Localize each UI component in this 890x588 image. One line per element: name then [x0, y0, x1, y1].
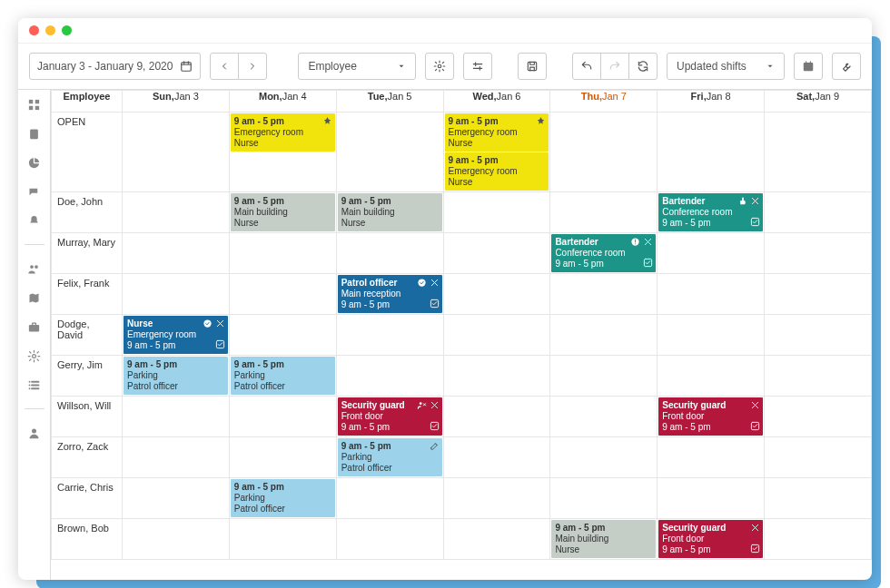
day-cell[interactable]: Security guardFront door9 am - 5 pm	[658, 397, 765, 437]
shift-card[interactable]: Patrol officerMain reception9 am - 5 pm	[338, 275, 442, 313]
day-cell[interactable]	[123, 519, 230, 560]
day-cell[interactable]	[123, 397, 230, 437]
day-cell[interactable]	[765, 113, 872, 192]
day-cell[interactable]: BartenderConference room9 am - 5 pm	[658, 192, 765, 233]
day-cell[interactable]: BartenderConference room9 am - 5 pm	[550, 233, 658, 274]
day-cell[interactable]	[123, 192, 230, 233]
day-cell[interactable]	[765, 478, 872, 519]
date-range-picker[interactable]: January 3 - January 9, 2020	[29, 53, 201, 80]
window-close-button[interactable]	[29, 25, 39, 35]
day-cell[interactable]	[443, 519, 550, 560]
window-minimize-button[interactable]	[45, 25, 55, 35]
day-cell[interactable]	[336, 113, 443, 192]
sidebar-item-settings[interactable]	[27, 348, 42, 363]
day-cell[interactable]: 9 am - 5 pmParkingPatrol officer	[229, 478, 336, 519]
day-cell[interactable]	[765, 274, 872, 315]
day-cell[interactable]	[229, 519, 336, 560]
shift-card[interactable]: Security guardFront door9 am - 5 pm	[338, 397, 442, 436]
day-cell[interactable]: Patrol officerMain reception9 am - 5 pm	[336, 274, 443, 315]
day-cell[interactable]	[765, 315, 872, 356]
day-cell[interactable]	[229, 437, 336, 478]
day-cell[interactable]: 9 am - 5 pmMain buildingNurse	[550, 519, 658, 560]
shift-card[interactable]: 9 am - 5 pmParkingPatrol officer	[231, 357, 335, 395]
day-cell[interactable]	[336, 315, 443, 356]
shift-card[interactable]: 9 am - 5 pmMain buildingNurse	[338, 193, 442, 231]
undo-button[interactable]	[572, 53, 601, 80]
day-cell[interactable]	[229, 233, 336, 274]
day-cell[interactable]	[658, 233, 765, 274]
day-cell[interactable]	[765, 192, 872, 233]
window-maximize-button[interactable]	[62, 25, 72, 35]
sidebar-item-reports[interactable]	[27, 155, 42, 170]
shift-card[interactable]: 9 am - 5 pmParkingPatrol officer	[231, 479, 335, 517]
day-cell[interactable]	[550, 192, 658, 233]
shift-card[interactable]: 9 am - 5 pmEmergency roomNurse	[445, 152, 549, 191]
day-cell[interactable]	[658, 113, 765, 192]
day-cell[interactable]	[123, 233, 230, 274]
day-cell[interactable]: 9 am - 5 pmParkingPatrol officer	[336, 437, 443, 478]
shift-card[interactable]: BartenderConference room9 am - 5 pm	[658, 193, 763, 231]
day-cell[interactable]: 9 am - 5 pmEmergency roomNurse	[229, 113, 336, 192]
day-cell[interactable]: Security guardFront door9 am - 5 pm	[336, 397, 443, 437]
shift-card[interactable]: 9 am - 5 pmEmergency roomNurse	[445, 113, 549, 152]
shift-card[interactable]: 9 am - 5 pmParkingPatrol officer	[338, 438, 442, 476]
day-cell[interactable]	[550, 274, 658, 315]
day-cell[interactable]: 9 am - 5 pmParkingPatrol officer	[123, 356, 230, 397]
settings-button[interactable]	[425, 53, 454, 80]
redo-button[interactable]	[600, 53, 629, 80]
day-cell[interactable]	[443, 192, 550, 233]
tools-button[interactable]	[832, 53, 861, 80]
day-cell[interactable]	[229, 315, 336, 356]
day-cell[interactable]	[658, 274, 765, 315]
day-cell[interactable]	[336, 356, 443, 397]
sidebar-item-grid[interactable]	[27, 97, 42, 112]
shift-card[interactable]: 9 am - 5 pmMain buildingNurse	[551, 520, 656, 558]
day-cell[interactable]	[658, 478, 765, 519]
next-button[interactable]	[238, 53, 267, 80]
day-cell[interactable]	[123, 437, 230, 478]
day-cell[interactable]	[658, 356, 765, 397]
day-cell[interactable]	[443, 437, 550, 478]
day-cell[interactable]	[336, 233, 443, 274]
day-cell[interactable]	[765, 437, 872, 478]
day-cell[interactable]	[765, 519, 872, 560]
shift-card[interactable]: 9 am - 5 pmEmergency roomNurse	[231, 113, 335, 152]
day-cell[interactable]	[123, 274, 230, 315]
day-cell[interactable]: 9 am - 5 pmMain buildingNurse	[336, 192, 443, 233]
day-cell[interactable]	[550, 315, 658, 356]
sidebar-item-profile[interactable]	[27, 426, 42, 440]
filter-button[interactable]	[463, 53, 492, 80]
day-cell[interactable]	[443, 397, 550, 437]
day-cell[interactable]	[443, 478, 550, 519]
day-cell[interactable]	[765, 356, 872, 397]
prev-button[interactable]	[210, 53, 239, 80]
day-cell[interactable]	[443, 274, 550, 315]
calendar-plus-button[interactable]	[794, 53, 823, 80]
shift-card[interactable]: Security guardFront door9 am - 5 pm	[658, 520, 763, 558]
sidebar-item-chat[interactable]	[27, 184, 42, 199]
day-cell[interactable]	[658, 437, 765, 478]
day-cell[interactable]: 9 am - 5 pmEmergency roomNurse9 am - 5 p…	[443, 113, 550, 192]
refresh-button[interactable]	[628, 53, 658, 80]
shift-card[interactable]: Security guardFront door9 am - 5 pm	[658, 397, 763, 436]
sidebar-item-alerts[interactable]	[27, 213, 42, 228]
day-cell[interactable]	[550, 437, 658, 478]
day-cell[interactable]	[550, 356, 658, 397]
shift-card[interactable]: BartenderConference room9 am - 5 pm	[551, 234, 656, 272]
shift-card[interactable]: 9 am - 5 pmParkingPatrol officer	[124, 357, 228, 395]
sidebar-item-work[interactable]	[27, 319, 42, 334]
day-cell[interactable]	[123, 478, 230, 519]
sidebar-item-team[interactable]	[27, 261, 42, 276]
day-cell[interactable]	[765, 397, 872, 437]
day-cell[interactable]	[550, 397, 658, 437]
day-cell[interactable]	[550, 113, 658, 192]
day-cell[interactable]: 9 am - 5 pmMain buildingNurse	[229, 192, 336, 233]
day-cell[interactable]	[229, 274, 336, 315]
day-cell[interactable]: 9 am - 5 pmParkingPatrol officer	[229, 356, 336, 397]
day-cell[interactable]: Security guardFront door9 am - 5 pm	[658, 519, 765, 560]
day-cell[interactable]	[765, 233, 872, 274]
sidebar-item-locations[interactable]	[27, 290, 42, 305]
shift-card[interactable]: NurseEmergency room9 am - 5 pm	[124, 316, 228, 354]
sidebar-item-tasks[interactable]	[27, 126, 42, 141]
day-cell[interactable]	[443, 233, 550, 274]
